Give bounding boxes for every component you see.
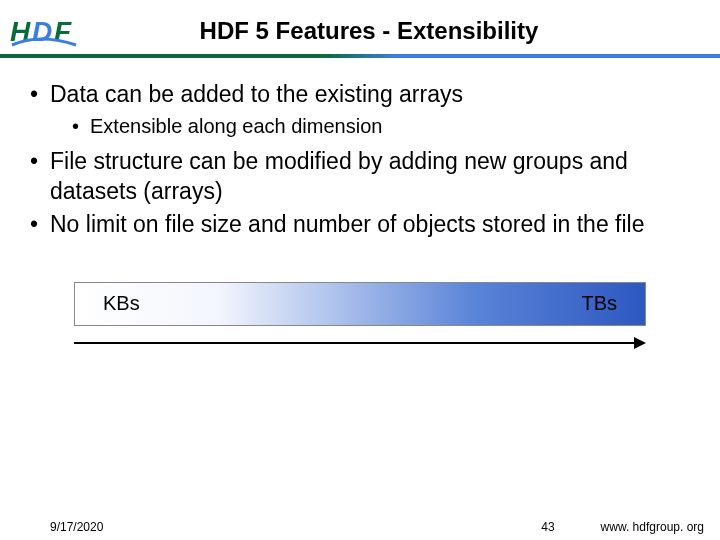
gradient-bar: KBs TBs xyxy=(74,282,646,326)
slide-content: Data can be added to the existing arrays… xyxy=(0,58,720,350)
bullet-text: Data can be added to the existing arrays xyxy=(50,81,463,107)
bullet-list: Data can be added to the existing arrays… xyxy=(28,80,692,240)
bullet-text: No limit on file size and number of obje… xyxy=(50,211,644,237)
arrow-line-segment xyxy=(74,342,638,344)
sub-bullet-item: Extensible along each dimension xyxy=(50,113,692,139)
sub-bullet-text: Extensible along each dimension xyxy=(90,115,382,137)
slide-footer: 9/17/2020 43 www. hdfgroup. org xyxy=(0,520,720,534)
bullet-item: No limit on file size and number of obje… xyxy=(28,210,692,239)
scale-arrow xyxy=(74,336,646,350)
size-scale-bar: KBs TBs xyxy=(74,282,646,326)
scale-left-label: KBs xyxy=(103,292,140,315)
scale-right-label: TBs xyxy=(581,292,617,315)
hdf-logo-icon: H D F xyxy=(10,13,88,49)
bullet-item: Data can be added to the existing arrays… xyxy=(28,80,692,139)
footer-page-number: 43 xyxy=(541,520,554,534)
bullet-text: File structure can be modified by adding… xyxy=(50,148,628,203)
svg-text:D: D xyxy=(32,16,52,47)
sub-bullet-list: Extensible along each dimension xyxy=(50,113,692,139)
slide-title: HDF 5 Features - Extensibility xyxy=(88,17,710,45)
footer-url: www. hdfgroup. org xyxy=(601,520,704,534)
slide-header: H D F HDF 5 Features - Extensibility xyxy=(0,0,720,54)
arrow-right-icon xyxy=(634,337,646,349)
footer-date: 9/17/2020 xyxy=(50,520,103,534)
bullet-item: File structure can be modified by adding… xyxy=(28,147,692,206)
